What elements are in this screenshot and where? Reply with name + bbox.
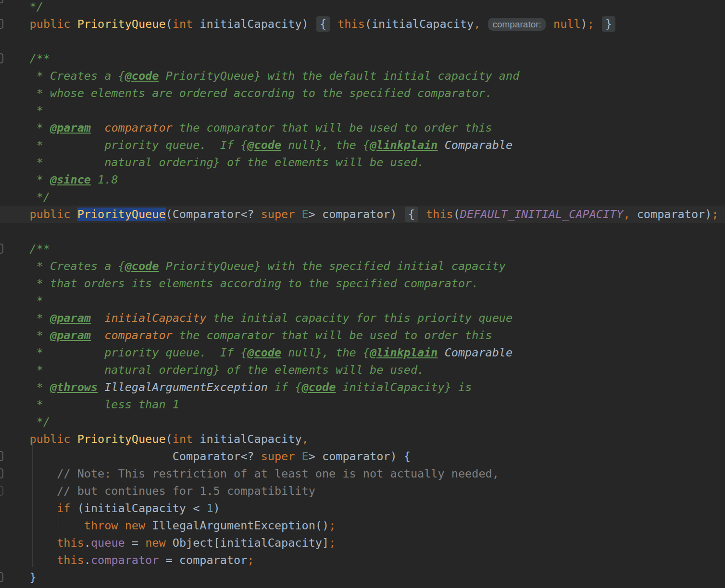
- code-token: [2, 208, 30, 221]
- code-token: IllegalArgumentException(): [145, 519, 329, 532]
- code-token: ,: [474, 17, 480, 31]
- code-line-9[interactable]: * priority queue. If {@code null}, the {…: [0, 136, 725, 154]
- fold-marker-icon[interactable]: [0, 572, 3, 582]
- code-token: [70, 208, 77, 221]
- code-token: @code: [302, 380, 336, 394]
- code-line-7[interactable]: *: [0, 102, 725, 119]
- code-token: this: [426, 208, 453, 221]
- code-token: [480, 17, 487, 31]
- code-line-3[interactable]: [0, 33, 725, 50]
- fold-brace-chip[interactable]: {: [405, 207, 418, 222]
- code-token: [2, 467, 57, 480]
- code-token: null: [553, 17, 581, 31]
- fold-marker-icon[interactable]: [0, 486, 3, 496]
- fold-brace-chip[interactable]: }: [602, 16, 615, 32]
- code-token: ,: [623, 208, 630, 221]
- fold-marker-icon[interactable]: [0, 244, 3, 254]
- code-token: super: [261, 208, 295, 221]
- code-line-12[interactable]: */: [0, 188, 725, 206]
- code-token: Comparator<?: [2, 450, 261, 463]
- code-line-14[interactable]: [0, 223, 725, 240]
- code-line-10[interactable]: * natural ordering} of the elements will…: [0, 154, 725, 171]
- code-token: this: [57, 536, 84, 550]
- code-token: // Note: This restriction of at least on…: [57, 467, 499, 480]
- code-token: *: [2, 380, 50, 394]
- code-line-5[interactable]: * Creates a {@code PriorityQueue} with t…: [0, 67, 725, 85]
- code-token: @code: [125, 259, 159, 273]
- code-token: (: [166, 17, 173, 31]
- code-line-15[interactable]: /**: [0, 240, 725, 257]
- code-token: [2, 519, 84, 532]
- code-token: [438, 346, 445, 359]
- code-line-18[interactable]: *: [0, 292, 725, 309]
- fold-brace-chip[interactable]: {: [316, 16, 330, 32]
- code-line-1[interactable]: */: [0, 0, 725, 15]
- code-token: PriorityQueue: [77, 17, 166, 31]
- fold-marker-icon[interactable]: [0, 19, 3, 29]
- code-token: PriorityQueue: [77, 432, 166, 446]
- code-token: ): [213, 502, 220, 515]
- code-line-11[interactable]: * @since 1.8: [0, 171, 725, 188]
- code-token: }: [2, 571, 37, 584]
- code-token: *: [2, 311, 50, 325]
- parameter-name-hint: comparator:: [488, 18, 545, 31]
- code-token: * that orders its elements according to …: [2, 277, 478, 290]
- code-line-22[interactable]: * natural ordering} of the elements will…: [0, 361, 725, 379]
- code-line-20[interactable]: * @param comparator the comparator that …: [0, 327, 725, 344]
- code-line-26[interactable]: public PriorityQueue(int initialCapacity…: [0, 430, 725, 448]
- code-editor-surface[interactable]: */ public PriorityQueue(int initialCapac…: [0, 0, 725, 586]
- fold-marker-icon[interactable]: [0, 53, 3, 63]
- fold-marker-icon[interactable]: [0, 468, 3, 478]
- code-token: int: [173, 17, 193, 31]
- code-token: ;: [588, 17, 594, 31]
- code-token: ;: [712, 208, 718, 221]
- code-token: the comparator that will be used to orde…: [173, 329, 492, 342]
- fold-marker-icon[interactable]: [0, 451, 3, 461]
- code-line-21[interactable]: * priority queue. If {@code null}, the {…: [0, 344, 725, 361]
- code-line-34[interactable]: }: [0, 569, 725, 586]
- code-token: * whose elements are ordered according t…: [2, 86, 492, 100]
- code-line-33[interactable]: this.comparator = comparator;: [0, 551, 725, 569]
- code-token: int: [173, 432, 193, 446]
- code-token: new: [125, 519, 145, 532]
- code-line-8[interactable]: * @param comparator the comparator that …: [0, 119, 725, 136]
- code-token: =: [125, 536, 145, 550]
- code-token: [719, 208, 725, 221]
- code-line-24[interactable]: * less than 1: [0, 396, 725, 413]
- code-token: Comparable: [445, 346, 512, 359]
- code-token: E: [302, 208, 309, 221]
- code-token: public: [30, 17, 71, 31]
- code-line-4[interactable]: /**: [0, 50, 725, 67]
- code-token: .: [84, 553, 91, 567]
- code-token: super: [261, 450, 295, 463]
- code-token: [118, 519, 125, 532]
- code-line-25[interactable]: */: [0, 413, 725, 430]
- code-token: > comparator): [309, 208, 404, 221]
- code-line-16[interactable]: * Creates a {@code PriorityQueue} with t…: [0, 257, 725, 275]
- code-token: * priority queue. If {: [2, 138, 247, 152]
- code-token: ;: [329, 536, 336, 550]
- code-token: initialCapacity: [104, 311, 206, 325]
- code-token: 1.8: [91, 173, 118, 186]
- code-token: @throws: [50, 380, 98, 394]
- code-token: initialCapacity: [193, 432, 301, 446]
- code-token: (Comparator<?: [166, 208, 261, 221]
- code-token: // but continues for 1.5 compatibility: [57, 484, 315, 498]
- code-token: *: [2, 104, 43, 117]
- code-line-29[interactable]: // but continues for 1.5 compatibility: [0, 482, 725, 500]
- code-token: public: [30, 208, 71, 221]
- code-line-31[interactable]: throw new IllegalArgumentException();: [0, 517, 725, 534]
- code-line-28[interactable]: // Note: This restriction of at least on…: [0, 465, 725, 482]
- code-token: comparator: [104, 121, 172, 135]
- code-line-32[interactable]: this.queue = new Object[initialCapacity]…: [0, 534, 725, 551]
- code-line-6[interactable]: * whose elements are ordered according t…: [0, 85, 725, 102]
- code-token: throw: [84, 519, 118, 532]
- code-line-23[interactable]: * @throws IllegalArgumentException if {@…: [0, 379, 725, 396]
- code-token: [70, 17, 77, 31]
- code-line-13[interactable]: public PriorityQueue(Comparator<? super …: [0, 206, 725, 223]
- code-line-17[interactable]: * that orders its elements according to …: [0, 275, 725, 292]
- code-line-27[interactable]: Comparator<? super E> comparator) {: [0, 448, 725, 465]
- code-line-2[interactable]: public PriorityQueue(int initialCapacity…: [0, 15, 725, 33]
- code-line-19[interactable]: * @param initialCapacity the initial cap…: [0, 309, 725, 327]
- code-line-30[interactable]: if (initialCapacity < 1): [0, 500, 725, 517]
